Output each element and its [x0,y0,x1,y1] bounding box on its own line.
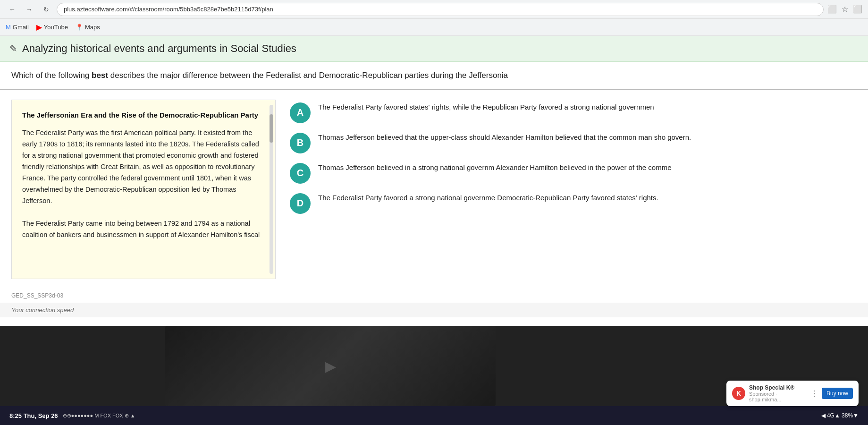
browser-chrome: ← → ↻ ⬜ ☆ ⬜ [0,0,868,19]
answer-text-a: The Federalist Party favored states' rig… [318,102,857,112]
forward-button[interactable]: → [23,3,36,16]
url-bar[interactable] [57,3,824,16]
scrollbar-track [270,105,273,274]
youtube-icon: ▶ [36,23,42,32]
connection-bar: Your connection speed [0,303,868,317]
ad-logo: K [732,387,745,400]
scrollbar-thumb[interactable] [270,114,273,143]
passage-title: The Jeffersonian Era and the Rise of the… [22,110,265,121]
gmail-icon: M [6,24,11,31]
question-text-pre: Which of the following [11,71,92,80]
answer-option-d[interactable]: D The Federalist Party favored a strong … [290,192,857,214]
browser-action-icons: ⬜ ☆ ⬜ [827,5,862,14]
back-button[interactable]: ← [6,3,19,16]
menu-icon[interactable]: ⬜ [853,5,862,14]
question-text-bold: best [92,71,108,80]
answer-circle-c[interactable]: C [290,163,311,184]
notification-overlay: ▶ K Shop Special K® Sponsored · shop.mik… [0,326,868,425]
question-text-post: describes the major difference between t… [108,71,508,80]
ad-title: Shop Special K® [749,384,807,391]
ad-text: Shop Special K® Sponsored · shop.mikma..… [749,384,807,402]
passage-paragraph-2: The Federalist Party came into being bet… [22,218,265,241]
ad-subtitle: Sponsored · shop.mikma... [749,391,807,402]
time-display: 8:25 Thu, Sep 26 [9,412,58,419]
answer-option-a[interactable]: A The Federalist Party favored states' r… [290,102,857,123]
cast-icon: ⬜ [827,5,837,14]
answer-text-d: The Federalist Party favored a strong na… [318,192,857,203]
bookmark-youtube[interactable]: ▶ YouTube [36,23,68,32]
youtube-label: YouTube [44,24,68,31]
answer-circle-a[interactable]: A [290,102,311,123]
bookmark-gmail[interactable]: M Gmail [6,24,29,31]
video-inner: ▶ [165,326,496,406]
bookmarks-bar: M Gmail ▶ YouTube 📍 Maps [0,19,868,36]
main-content: The Jeffersonian Era and the Rise of the… [0,90,868,289]
answers-area: A The Federalist Party favored states' r… [290,100,857,279]
page-header: ✎ Analyzing historical events and argume… [0,36,868,62]
page-footer: GED_SS_SSP3d-03 [0,289,868,303]
page-title-icon: ✎ [9,43,17,54]
buy-now-button[interactable]: Buy now [822,388,853,399]
answer-text-c: Thomas Jefferson believed in a strong na… [318,162,857,173]
bookmark-maps[interactable]: 📍 Maps [76,24,100,31]
notification-bar: 8:25 Thu, Sep 26 ⊕⊕●●●●●●● M FOX FOX ⊕ ▲… [0,406,868,425]
standard-label: GED_SS_SSP3d-03 [11,292,63,299]
star-icon[interactable]: ☆ [842,5,848,14]
answer-option-b[interactable]: B Thomas Jefferson believed that the upp… [290,132,857,153]
maps-icon: 📍 [76,24,83,31]
more-icon[interactable]: ⋮ [810,389,818,398]
passage-paragraph-1: The Federalist Party was the first Ameri… [22,128,265,206]
ad-notification: K Shop Special K® Sponsored · shop.mikma… [726,381,859,406]
video-area: ▶ [165,326,496,406]
passage-box[interactable]: The Jeffersonian Era and the Rise of the… [11,100,276,279]
answer-circle-d[interactable]: D [290,193,311,214]
answer-circle-b[interactable]: B [290,133,311,153]
reload-button[interactable]: ↻ [40,3,53,16]
status-icons: ⊕⊕●●●●●●● M FOX FOX ⊕ ▲ [63,413,135,419]
signal-info: ◀ 4G▲ 38%▼ [821,412,859,419]
gmail-label: Gmail [13,24,29,31]
connection-text: Your connection speed [11,306,74,314]
question-container: Which of the following best describes th… [0,62,868,90]
answer-text-b: Thomas Jefferson believed that the upper… [318,132,857,143]
answer-option-c[interactable]: C Thomas Jefferson believed in a strong … [290,162,857,184]
page-title: Analyzing historical events and argument… [22,42,296,55]
maps-label: Maps [85,24,100,31]
